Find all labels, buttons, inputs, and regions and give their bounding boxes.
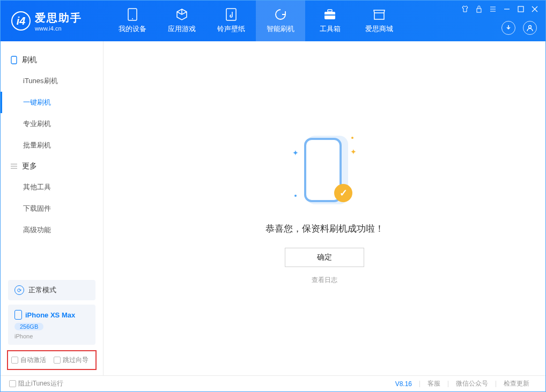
- version-label: V8.16: [388, 380, 419, 388]
- sidebar-item-other-tools[interactable]: 其他工具: [1, 176, 103, 198]
- music-file-icon: [225, 8, 238, 21]
- nav-tab-store[interactable]: 爱思商城: [355, 1, 404, 41]
- checkbox-row: 自动激活 跳过向导: [7, 350, 97, 370]
- svg-rect-7: [518, 6, 523, 12]
- device-icon: [14, 310, 22, 320]
- app-subtitle: www.i4.cn: [35, 25, 82, 32]
- checkbox-skip-guide[interactable]: 跳过向导: [54, 356, 88, 365]
- sidebar-item-advanced[interactable]: 高级功能: [1, 219, 103, 241]
- dot-icon: [351, 137, 353, 139]
- svg-rect-5: [324, 14, 335, 16]
- footer-link-wechat[interactable]: 微信公众号: [448, 379, 496, 388]
- footer: 阻止iTunes运行 V8.16 客服 微信公众号 检查更新: [1, 375, 545, 391]
- device-box[interactable]: iPhone XS Max 256GB iPhone: [8, 305, 95, 345]
- svg-rect-4: [328, 10, 332, 12]
- logo-area: i4 爱思助手 www.i4.cn: [1, 11, 108, 32]
- mode-icon: ⟳: [14, 285, 24, 295]
- device-name: iPhone XS Max: [25, 311, 75, 319]
- nav-tabs: 我的设备 应用游戏 铃声壁纸 智能刷机 工具箱 爱思商城: [108, 1, 404, 41]
- user-icon[interactable]: [523, 21, 537, 35]
- svg-point-1: [132, 18, 133, 19]
- download-icon[interactable]: [501, 21, 515, 35]
- shop-icon: [373, 8, 386, 21]
- success-message: 恭喜您，保资料刷机成功啦！: [265, 223, 384, 235]
- view-log-link[interactable]: 查看日志: [312, 276, 337, 285]
- mode-label: 正常模式: [28, 285, 56, 295]
- svg-point-8: [529, 26, 532, 28]
- refresh-shield-icon: [274, 8, 287, 21]
- sidebar-item-oneclick-flash[interactable]: 一键刷机: [1, 92, 103, 113]
- mode-box[interactable]: ⟳ 正常模式: [8, 280, 95, 300]
- sidebar-section-flash: 刷机: [1, 50, 103, 70]
- minimize-button[interactable]: [503, 5, 511, 13]
- nav-tab-toolbox[interactable]: 工具箱: [305, 1, 355, 41]
- close-button[interactable]: [530, 5, 539, 13]
- checkbox-icon: [11, 357, 18, 364]
- shirt-icon[interactable]: [461, 5, 469, 13]
- checkbox-icon: [9, 380, 16, 387]
- nav-tab-flash[interactable]: 智能刷机: [256, 1, 305, 41]
- lock-icon[interactable]: [475, 5, 483, 13]
- storage-badge: 256GB: [14, 323, 43, 330]
- sparkle-icon: ✦: [350, 147, 357, 156]
- svg-rect-9: [11, 56, 17, 64]
- phone-icon: [126, 8, 139, 21]
- ok-button[interactable]: 确定: [285, 248, 364, 267]
- checkbox-icon: [54, 357, 61, 364]
- app-logo-icon: i4: [11, 11, 31, 31]
- sparkle-icon: ✦: [292, 149, 299, 157]
- success-illustration: ✓ ✦ ✦: [292, 132, 357, 213]
- sidebar: 刷机 iTunes刷机 一键刷机 专业刷机 批量刷机 更多 其他工具 下载固件 …: [1, 41, 104, 375]
- nav-tab-device[interactable]: 我的设备: [108, 1, 157, 41]
- sidebar-item-pro-flash[interactable]: 专业刷机: [1, 113, 103, 135]
- maximize-button[interactable]: [517, 5, 525, 13]
- app-title: 爱思助手: [35, 11, 82, 25]
- app-header: i4 爱思助手 www.i4.cn 我的设备 应用游戏 铃声壁纸 智能刷机 工具…: [1, 1, 545, 41]
- main-content: ✓ ✦ ✦ 恭喜您，保资料刷机成功啦！ 确定 查看日志: [104, 41, 545, 375]
- list-small-icon: [10, 162, 18, 170]
- sidebar-item-itunes-flash[interactable]: iTunes刷机: [1, 70, 103, 92]
- checkbox-auto-activate[interactable]: 自动激活: [11, 356, 46, 365]
- window-controls: [461, 5, 539, 13]
- svg-rect-6: [477, 9, 481, 12]
- briefcase-icon: [323, 8, 336, 21]
- device-small-icon: [10, 56, 18, 64]
- cube-icon: [175, 8, 188, 21]
- dot-icon: [294, 195, 297, 197]
- footer-link-update[interactable]: 检查更新: [496, 379, 537, 388]
- footer-link-support[interactable]: 客服: [420, 379, 448, 388]
- sidebar-item-download-firmware[interactable]: 下载固件: [1, 198, 103, 219]
- menu-icon[interactable]: [489, 5, 497, 13]
- svg-rect-2: [226, 9, 236, 20]
- sidebar-item-batch-flash[interactable]: 批量刷机: [1, 135, 103, 156]
- nav-tab-ringtone[interactable]: 铃声壁纸: [206, 1, 256, 41]
- check-badge-icon: ✓: [334, 184, 352, 202]
- checkbox-block-itunes[interactable]: 阻止iTunes运行: [9, 379, 63, 388]
- device-type: iPhone: [14, 333, 89, 339]
- sidebar-section-more: 更多: [1, 156, 103, 176]
- nav-tab-apps[interactable]: 应用游戏: [157, 1, 206, 41]
